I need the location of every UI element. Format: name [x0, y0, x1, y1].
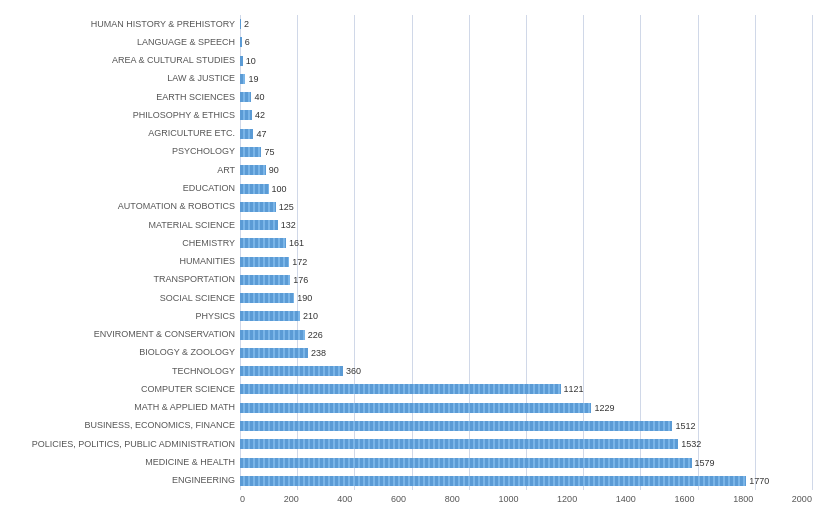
bar-value: 90: [269, 165, 279, 175]
bar-value: 238: [311, 348, 326, 358]
bar-row: 132: [240, 219, 812, 231]
y-label: BIOLOGY & ZOOLOGY: [139, 348, 235, 357]
bar-value: 1579: [695, 458, 715, 468]
bar-row: 100: [240, 183, 812, 195]
bar-value: 19: [248, 74, 258, 84]
y-label: EDUCATION: [183, 184, 235, 193]
bar: [240, 275, 290, 285]
bar-value: 40: [254, 92, 264, 102]
x-axis-label: 400: [337, 494, 352, 504]
bar: [240, 476, 746, 486]
y-label: MATERIAL SCIENCE: [148, 221, 235, 230]
bar-value: 100: [272, 184, 287, 194]
bar-row: 190: [240, 292, 812, 304]
bar: [240, 330, 305, 340]
y-label: MEDICINE & HEALTH: [145, 458, 235, 467]
bar-value: 6: [245, 37, 250, 47]
bar-row: 1770: [240, 475, 812, 487]
y-label: POLICIES, POLITICS, PUBLIC ADMINISTRATIO…: [32, 440, 235, 449]
bar-row: 125: [240, 201, 812, 213]
bar-value: 1770: [749, 476, 769, 486]
bar: [240, 129, 253, 139]
y-label: PHILOSOPHY & ETHICS: [133, 111, 235, 120]
bar-row: 10: [240, 55, 812, 67]
bar-row: 176: [240, 274, 812, 286]
bar-value: 172: [292, 257, 307, 267]
bar: [240, 348, 308, 358]
y-label: HUMANITIES: [179, 257, 235, 266]
bar-row: 1512: [240, 420, 812, 432]
chart-area: HUMAN HISTORY & PREHISTORYLANGUAGE & SPE…: [10, 15, 812, 490]
y-label: MATH & APPLIED MATH: [134, 403, 235, 412]
bar-value: 125: [279, 202, 294, 212]
y-axis-labels: HUMAN HISTORY & PREHISTORYLANGUAGE & SPE…: [10, 15, 240, 490]
bar: [240, 458, 692, 468]
bar-row: 47: [240, 128, 812, 140]
x-axis-label: 200: [284, 494, 299, 504]
bar-value: 75: [264, 147, 274, 157]
y-label: SOCIAL SCIENCE: [160, 294, 235, 303]
x-axis-label: 600: [391, 494, 406, 504]
bar: [240, 184, 269, 194]
x-axis-label: 1800: [733, 494, 753, 504]
bar-row: 6: [240, 36, 812, 48]
x-axis-label: 1000: [498, 494, 518, 504]
y-label: LAW & JUSTICE: [167, 74, 235, 83]
grid-line: [812, 15, 813, 490]
y-label: AREA & CULTURAL STUDIES: [112, 56, 235, 65]
bar: [240, 366, 343, 376]
bar-row: 1532: [240, 438, 812, 450]
bar-row: 1121: [240, 383, 812, 395]
y-label: COMPUTER SCIENCE: [141, 385, 235, 394]
bar: [240, 257, 289, 267]
bar-value: 1512: [675, 421, 695, 431]
y-label: BUSINESS, ECONOMICS, FINANCE: [84, 421, 235, 430]
y-label: AUTOMATION & ROBOTICS: [118, 202, 235, 211]
y-label: HUMAN HISTORY & PREHISTORY: [91, 20, 235, 29]
bar: [240, 220, 278, 230]
bar: [240, 56, 243, 66]
bar-value: 1121: [564, 384, 584, 394]
bar: [240, 403, 591, 413]
bar-row: 210: [240, 310, 812, 322]
bar: [240, 110, 252, 120]
bar: [240, 238, 286, 248]
bar: [240, 421, 672, 431]
bar-value: 47: [256, 129, 266, 139]
bar-value: 226: [308, 330, 323, 340]
x-axis-label: 800: [445, 494, 460, 504]
bar-value: 190: [297, 293, 312, 303]
bar-row: 1229: [240, 402, 812, 414]
bar-value: 1229: [594, 403, 614, 413]
bar-row: 19: [240, 73, 812, 85]
bar: [240, 74, 245, 84]
bar-value: 176: [293, 275, 308, 285]
bar-row: 40: [240, 91, 812, 103]
bar: [240, 384, 561, 394]
bar: [240, 37, 242, 47]
bar-value: 132: [281, 220, 296, 230]
bar-row: 90: [240, 164, 812, 176]
bar: [240, 165, 266, 175]
x-axis-label: 2000: [792, 494, 812, 504]
y-label: ENGINEERING: [172, 476, 235, 485]
bar-row: 226: [240, 329, 812, 341]
bar-row: 2: [240, 18, 812, 30]
bar: [240, 293, 294, 303]
y-label: ENVIROMENT & CONSERVATION: [94, 330, 235, 339]
x-axis-label: 0: [240, 494, 245, 504]
y-label: TECHNOLOGY: [172, 367, 235, 376]
bar-value: 42: [255, 110, 265, 120]
bar-row: 172: [240, 256, 812, 268]
bar: [240, 92, 251, 102]
y-label: LANGUAGE & SPEECH: [137, 38, 235, 47]
bar-value: 2: [244, 19, 249, 29]
bar-value: 1532: [681, 439, 701, 449]
x-axis-label: 1400: [616, 494, 636, 504]
chart-container: HUMAN HISTORY & PREHISTORYLANGUAGE & SPE…: [0, 0, 832, 530]
bar-value: 10: [246, 56, 256, 66]
x-axis: 0200400600800100012001400160018002000: [10, 490, 812, 504]
bars-section: 2610194042477590100125132161172176190210…: [240, 15, 812, 490]
y-label: TRANSPORTATION: [153, 275, 235, 284]
bar: [240, 311, 300, 321]
